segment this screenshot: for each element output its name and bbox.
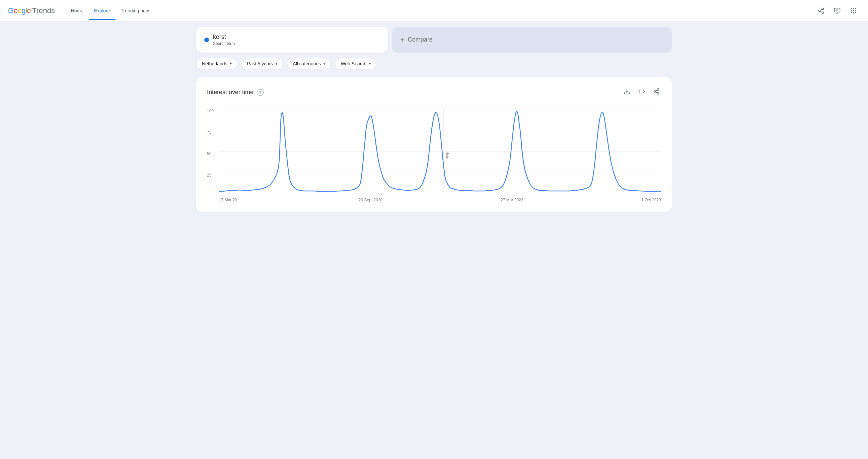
- filter-timerange[interactable]: Past 5 years ▾: [242, 58, 283, 69]
- chart-card: Interest over time ?: [196, 78, 672, 212]
- filter-searchtype-label: Web Search: [341, 61, 366, 66]
- header-actions: [814, 4, 860, 18]
- chart-actions: [622, 87, 661, 98]
- logo-area: Google Trends: [8, 6, 55, 15]
- x-label-2: 20 Sept 2020: [359, 198, 382, 202]
- google-logo: Google: [8, 6, 31, 15]
- compare-label: Compare: [408, 36, 433, 43]
- svg-point-1: [819, 10, 820, 11]
- svg-rect-8: [851, 8, 852, 9]
- svg-rect-11: [851, 10, 852, 11]
- svg-rect-12: [852, 10, 854, 11]
- y-label-75: 75: [207, 130, 216, 135]
- svg-point-0: [822, 8, 824, 9]
- svg-rect-9: [852, 8, 854, 9]
- svg-line-21: [655, 92, 657, 93]
- nav-explore[interactable]: Explore: [89, 1, 115, 20]
- y-label-100: 100: [207, 109, 216, 113]
- compare-box[interactable]: + Compare: [392, 27, 672, 53]
- chevron-down-icon: ▾: [323, 62, 325, 66]
- download-button[interactable]: [622, 87, 631, 98]
- x-axis-labels: 17 Mar 20... 20 Sept 2020 27 Mar 2022 1 …: [219, 198, 661, 202]
- filter-country-label: Netherlands: [202, 61, 227, 66]
- svg-point-18: [657, 89, 659, 90]
- apps-button[interactable]: [846, 4, 860, 18]
- x-label-4: 1 Oct 2023: [641, 198, 661, 202]
- search-dot: [204, 37, 209, 42]
- search-box: kerst Search term: [196, 27, 388, 53]
- y-axis-labels: 100 75 50 25: [207, 109, 219, 194]
- feedback-button[interactable]: [831, 4, 844, 18]
- chevron-down-icon: ▾: [369, 62, 371, 66]
- main-content: kerst Search term + Compare Netherlands …: [183, 22, 685, 217]
- chart-title-area: Interest over time ?: [207, 89, 264, 96]
- filter-country[interactable]: Netherlands ▾: [196, 58, 238, 69]
- trend-chart-svg: Note: [219, 109, 661, 194]
- filter-timerange-label: Past 5 years: [247, 61, 273, 66]
- header: Google Trends Home Explore Trending now: [0, 0, 868, 22]
- main-nav: Home Explore Trending now: [66, 1, 814, 20]
- svg-point-2: [822, 12, 824, 13]
- svg-rect-14: [851, 12, 852, 13]
- nav-trending[interactable]: Trending now: [116, 1, 154, 20]
- share-button[interactable]: [814, 4, 828, 18]
- svg-rect-5: [835, 8, 840, 12]
- svg-text:Note: Note: [445, 151, 450, 159]
- chart-header: Interest over time ?: [207, 87, 661, 98]
- embed-button[interactable]: [637, 87, 646, 98]
- help-icon[interactable]: ?: [257, 89, 264, 96]
- svg-rect-10: [855, 8, 856, 9]
- nav-home[interactable]: Home: [66, 1, 89, 20]
- svg-line-3: [820, 11, 822, 12]
- svg-line-22: [655, 90, 657, 91]
- x-label-3: 27 Mar 2022: [501, 198, 523, 202]
- svg-point-20: [657, 92, 659, 94]
- chevron-down-icon: ▾: [230, 62, 232, 66]
- svg-rect-13: [855, 10, 856, 11]
- filter-categories[interactable]: All categories ▾: [287, 58, 331, 69]
- svg-point-19: [654, 91, 656, 92]
- filters-row: Netherlands ▾ Past 5 years ▾ All categor…: [196, 58, 672, 69]
- x-label-1: 17 Mar 20...: [219, 198, 241, 202]
- chart-title: Interest over time: [207, 89, 253, 96]
- chart-container: 100 75 50 25 Note: [207, 109, 661, 202]
- svg-line-4: [820, 9, 822, 10]
- svg-rect-15: [852, 12, 854, 13]
- compare-plus-icon: +: [400, 35, 405, 44]
- filter-searchtype[interactable]: Web Search ▾: [335, 58, 376, 69]
- filter-categories-label: All categories: [293, 61, 321, 66]
- y-label-25: 25: [207, 173, 216, 178]
- chevron-down-icon: ▾: [276, 62, 277, 66]
- search-term-info: kerst Search term: [213, 33, 380, 46]
- svg-rect-16: [855, 12, 856, 13]
- trends-logo: Trends: [32, 6, 55, 15]
- share-chart-button[interactable]: [652, 87, 661, 98]
- search-area: kerst Search term + Compare: [196, 27, 672, 53]
- y-label-50: 50: [207, 151, 216, 156]
- search-term-text: kerst: [213, 33, 380, 40]
- search-term-type: Search term: [213, 41, 380, 46]
